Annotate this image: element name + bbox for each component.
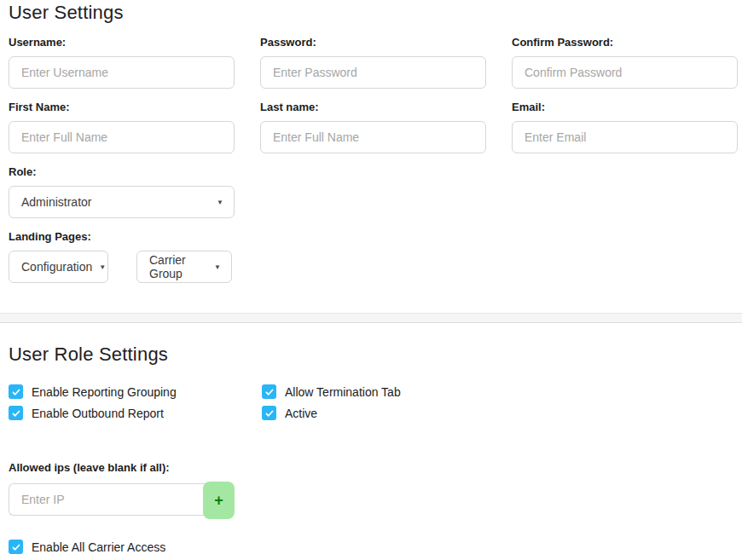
role-field-group: Role: Administrator ▼	[9, 165, 738, 218]
checkmark-icon	[264, 408, 275, 419]
checkbox-checked-icon[interactable]	[262, 384, 276, 399]
role-select-value: Administrator	[21, 195, 91, 209]
checkbox-enable-reporting-grouping[interactable]: Enable Reporting Grouping	[9, 384, 262, 399]
landing-page-1-value: Configuration	[21, 260, 92, 274]
section-divider	[0, 313, 742, 323]
checkbox-allow-termination-tab[interactable]: Allow Termination Tab	[262, 384, 738, 399]
last-name-input[interactable]	[260, 121, 486, 153]
checkbox-active[interactable]: Active	[262, 406, 738, 420]
checkbox-label: Enable Outbound Report	[32, 407, 164, 420]
chevron-down-icon: ▼	[214, 263, 221, 271]
landing-page-select-2[interactable]: Carrier Group ▼	[136, 251, 232, 283]
checkbox-checked-icon[interactable]	[9, 540, 23, 554]
checkbox-enable-all-carrier-access[interactable]: Enable All Carrier Access	[9, 540, 738, 554]
password-field-group: Password:	[260, 24, 486, 89]
checkbox-checked-icon[interactable]	[9, 384, 23, 399]
user-settings-form-row-2: First Name: Last name: Email:	[9, 89, 738, 153]
checkbox-checked-icon[interactable]	[262, 406, 276, 420]
first-name-field-group: First Name:	[9, 89, 235, 153]
first-name-input[interactable]	[9, 121, 235, 153]
role-select[interactable]: Administrator ▼	[9, 186, 235, 218]
landing-pages-row: Configuration ▼ Carrier Group ▼	[9, 243, 738, 283]
checkbox-label: Active	[285, 407, 317, 420]
confirm-password-field-group: Confirm Password:	[512, 24, 738, 89]
last-name-label: Last name:	[260, 101, 486, 113]
checkmark-icon	[11, 387, 21, 397]
role-checkbox-grid: Enable Reporting Grouping Allow Terminat…	[9, 384, 738, 420]
role-label: Role:	[9, 165, 738, 178]
checkmark-icon	[11, 542, 21, 552]
allowed-ips-row: +	[9, 474, 738, 519]
landing-page-select-1[interactable]: Configuration ▼	[9, 251, 108, 283]
checkmark-icon	[11, 408, 21, 419]
checkmark-icon	[264, 387, 275, 397]
section-title: User Role Settings	[9, 323, 738, 366]
add-ip-button[interactable]: +	[203, 482, 235, 519]
plus-icon: +	[214, 492, 223, 509]
landing-pages-label: Landing Pages:	[9, 230, 738, 243]
user-role-settings-section: User Role Settings Enable Reporting Grou…	[0, 323, 742, 554]
ip-input[interactable]	[9, 483, 206, 516]
checkbox-label: Enable Reporting Grouping	[32, 385, 177, 399]
checkbox-label: Enable All Carrier Access	[32, 540, 165, 554]
confirm-password-label: Confirm Password:	[512, 36, 738, 49]
landing-pages-group: Landing Pages: Configuration ▼ Carrier G…	[9, 230, 738, 283]
checkbox-label: Allow Termination Tab	[285, 385, 401, 399]
password-label: Password:	[260, 36, 486, 49]
chevron-down-icon: ▼	[217, 199, 223, 206]
user-settings-section: User Settings Username: Password: Confir…	[0, 0, 742, 283]
password-input[interactable]	[260, 56, 486, 89]
landing-page-2-value: Carrier Group	[149, 253, 207, 280]
allowed-ips-label: Allowed ips (leave blank if all):	[9, 461, 738, 474]
email-label: Email:	[512, 101, 738, 113]
last-name-field-group: Last name:	[260, 89, 486, 153]
user-settings-form-row-1: Username: Password: Confirm Password:	[9, 24, 738, 89]
first-name-label: First Name:	[9, 101, 235, 113]
checkbox-checked-icon[interactable]	[9, 406, 23, 420]
username-field-group: Username:	[9, 24, 235, 89]
chevron-down-icon: ▼	[99, 263, 106, 271]
email-field-group: Email:	[512, 89, 738, 153]
username-label: Username:	[9, 36, 235, 49]
username-input[interactable]	[9, 56, 235, 89]
email-input[interactable]	[512, 121, 738, 153]
confirm-password-input[interactable]	[512, 56, 738, 89]
allowed-ips-group: Allowed ips (leave blank if all): +	[9, 461, 738, 519]
checkbox-enable-outbound-report[interactable]: Enable Outbound Report	[9, 406, 262, 420]
page-title: User Settings	[9, 0, 738, 24]
